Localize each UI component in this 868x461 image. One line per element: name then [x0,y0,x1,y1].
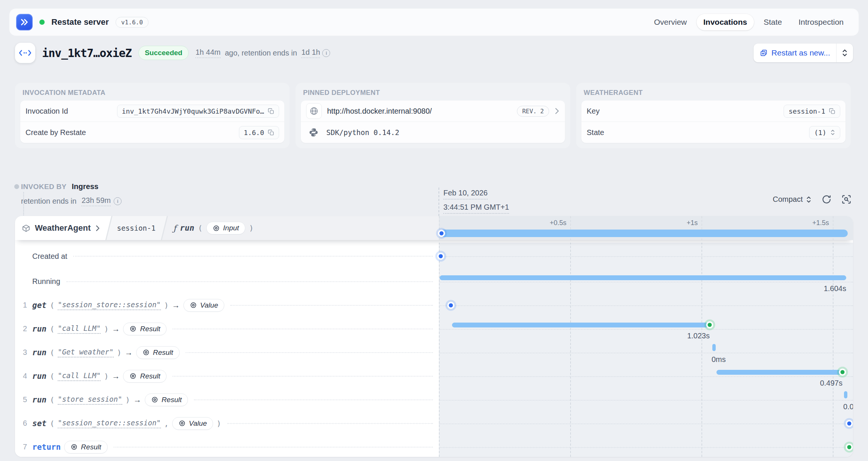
dotted-leader [173,376,433,377]
duration-bar [452,323,710,327]
code-brackets-icon [19,50,32,56]
payload-pill-result[interactable]: Result [123,323,167,335]
row-label: Invocation Id [26,107,68,116]
trace-row: 4run("call LLM")→Result0.497s [15,364,853,388]
code-punct: ( [50,324,54,333]
restart-as-new-button[interactable]: Restart as new... [754,44,853,62]
code-punct: ) [249,224,254,233]
service-name: WeatherAgent [35,223,91,233]
row-label: Running [32,277,60,286]
age-text: 1h 44m [195,48,221,58]
pinned-deployment-card: PINNED DEPLOYMENT http://host.docker.int… [296,83,570,148]
tab-state[interactable]: State [757,14,789,30]
refresh-button[interactable] [821,194,832,204]
trace-row-label: 1get("session_store::session")→Value [15,293,439,317]
retention-value: 23h 59m [81,196,111,206]
card-panel: Key session-1 State (1) [581,101,845,143]
nav-tabs: OverviewInvocationsStateIntrospection [647,14,850,30]
trace-row-label: 3run("Get weather")→Result [15,341,439,364]
code-punct: ( [50,301,54,310]
meta-text: ago, retention ends in [223,49,299,57]
code-keyword: run [32,372,47,381]
code-string: "session_store::session" [58,300,161,310]
payload-pill-value[interactable]: Value [172,417,213,430]
timeline-start-timestamp: Feb 10, 2026 3:44:51 PM GMT+1 [443,188,509,216]
dotted-leader [73,256,433,257]
service-segment[interactable]: WeatherAgent [15,216,111,240]
pill-label: Result [153,348,173,357]
result-arrow: → [112,372,120,381]
globe-icon [306,103,322,119]
header-divider-strip [15,240,853,243]
tab-invocations[interactable]: Invocations [697,14,754,30]
code-punct: ) [216,419,221,428]
trace-row-timeline [439,243,853,270]
row-content: set("session_store::session",Value) [32,417,221,430]
trace-row-label: 4run("call LLM")→Result [15,364,439,388]
copy-icon[interactable] [829,108,835,114]
code-punct: ( [50,348,54,357]
row-content: run("call LLM")→Result [32,370,167,383]
code-string: "call LLM" [58,371,101,381]
payload-pill-result[interactable]: Result [136,346,180,359]
payload-pill-result[interactable]: Result [145,393,188,406]
instant-bar [844,391,847,398]
tab-introspection[interactable]: Introspection [792,14,850,30]
scan-search-button[interactable] [841,194,851,204]
copy-icon[interactable] [268,108,274,114]
code-keyword: run [32,348,47,357]
invoked-by-dot [14,184,19,189]
payload-pill-value[interactable]: Value [183,299,225,312]
copy-plus-icon [754,49,772,57]
trace-row-timeline [439,293,853,317]
pill-label: Input [223,224,239,232]
tab-overview[interactable]: Overview [647,14,694,30]
blue-event-dot [439,254,443,258]
payload-pill-result[interactable]: Result [123,370,167,383]
created-by-row: Create by Restate 1.6.0 [20,122,284,143]
row-content: returnResult [32,441,108,453]
trace-row-timeline: 0.497s [439,364,853,388]
state-select-chip[interactable]: (1) [809,126,840,139]
invoked-by-section: INVOKED BY Ingress retention ends in 23h… [21,182,122,206]
handler-signature-segment: ƒrun(Input) [162,216,439,240]
view-payload-icon [213,225,220,232]
trace-timeline-panel: WeatherAgent session-1 ƒrun(Input) +0.5s… [15,216,853,457]
payload-pill-input[interactable]: Input [206,222,245,234]
service-cube-icon [22,224,30,233]
invocation-duration-bar [440,230,848,237]
view-payload-icon [71,443,78,450]
select-chevrons-icon [830,129,835,135]
pill-label: Result [162,396,182,404]
info-icon[interactable]: i [114,197,122,205]
invocation-code-icon-button[interactable] [15,43,35,63]
trace-row: 5run("store session")→Result0.0 [15,388,853,411]
tick-label: +0.5s [550,219,566,227]
payload-pill-result[interactable]: Result [64,441,108,453]
python-icon [306,128,321,137]
copy-icon[interactable] [268,129,274,136]
invoked-by-label: INVOKED BY [21,183,66,191]
dotted-leader [186,352,433,353]
info-icon[interactable]: i [322,49,330,57]
service-key-segment[interactable]: session-1 [107,216,167,240]
density-select[interactable]: Compact [773,195,812,204]
trace-row: 2run("call LLM")→Result1.023s [15,317,853,341]
result-arrow: → [125,348,133,357]
restart-options-chevron[interactable] [836,44,853,62]
invocation-id-chip: inv_1kt7Gh4vJWjY0quwk3GiP8avDGVNFo… [117,105,279,118]
completion-dot [708,323,712,327]
row-number: 1 [21,301,27,309]
chip-value: inv_1kt7Gh4vJWjY0quwk3GiP8avDGVNFo… [122,107,264,115]
row-content: run("Get weather")→Result [32,346,180,359]
deployment-endpoint-row[interactable]: http://host.docker.internal:9080/ REV. 2 [301,101,565,122]
invoked-by-value: Ingress [72,182,98,191]
card-title: INVOCATION METADATA [23,89,284,97]
sdk-row: SDK/python 0.14.2 [301,122,565,143]
blue-event-dot [847,421,851,425]
code-punct: ) [117,348,122,357]
app-title: Restate server [51,17,109,27]
trace-row-timeline [439,435,853,457]
timeline-controls: Compact [773,194,851,204]
duration-bar [440,275,846,280]
